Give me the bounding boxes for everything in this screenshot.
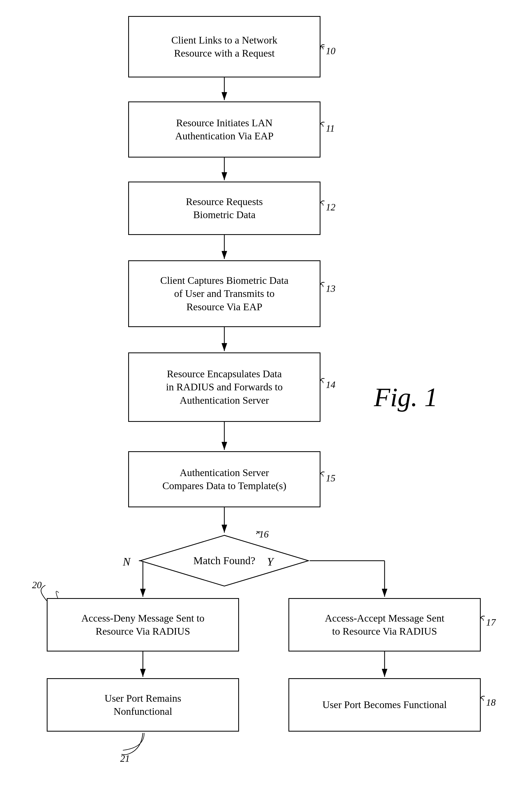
box-20: Access-Deny Message Sent toResource Via … bbox=[47, 598, 239, 652]
ref-13: 13 bbox=[326, 283, 336, 294]
box-18: User Port Becomes Functional bbox=[288, 678, 481, 732]
ref-12: 12 bbox=[326, 201, 336, 213]
ref-10: 10 bbox=[326, 45, 336, 57]
diamond-16-text: Match Found? bbox=[193, 554, 255, 567]
box-17: Access-Accept Message Sentto Resource Vi… bbox=[288, 598, 481, 652]
box-11: Resource Initiates LANAuthentication Via… bbox=[128, 101, 321, 157]
box-14-text: Resource Encapsulates Datain RADIUS and … bbox=[166, 367, 283, 407]
ref-21: 21 bbox=[120, 753, 130, 764]
box-20-text: Access-Deny Message Sent toResource Via … bbox=[81, 612, 204, 638]
box-17-text: Access-Accept Message Sentto Resource Vi… bbox=[325, 612, 444, 638]
box-18-text: User Port Becomes Functional bbox=[322, 698, 446, 711]
figure-label: Fig. 1 bbox=[374, 382, 438, 412]
branch-label-Y: Y bbox=[267, 555, 273, 568]
box-11-text: Resource Initiates LANAuthentication Via… bbox=[175, 116, 274, 143]
ref-17: 17 bbox=[486, 617, 496, 628]
diagram-container: Client Links to a NetworkResource with a… bbox=[0, 0, 532, 789]
ref-15: 15 bbox=[326, 473, 336, 484]
box-13: Client Captures Biometric Dataof User an… bbox=[128, 260, 321, 327]
ref-18: 18 bbox=[486, 697, 496, 708]
box-21-text: User Port RemainsNonfunctional bbox=[104, 692, 181, 718]
ref-20: 20 bbox=[32, 579, 42, 591]
ref-11: 11 bbox=[326, 123, 335, 134]
box-14: Resource Encapsulates Datain RADIUS and … bbox=[128, 352, 321, 422]
box-21: User Port RemainsNonfunctional bbox=[47, 678, 239, 732]
box-12-text: Resource RequestsBiometric Data bbox=[186, 195, 263, 222]
ref-14: 14 bbox=[326, 379, 336, 390]
ref-16: 16 bbox=[259, 529, 269, 540]
branch-label-N: N bbox=[123, 555, 130, 568]
box-15-text: Authentication ServerCompares Data to Te… bbox=[163, 466, 286, 493]
box-10-text: Client Links to a NetworkResource with a… bbox=[171, 34, 278, 60]
box-13-text: Client Captures Biometric Dataof User an… bbox=[160, 274, 288, 313]
box-10: Client Links to a NetworkResource with a… bbox=[128, 16, 321, 77]
diamond-16: Match Found? bbox=[139, 534, 310, 588]
box-12: Resource RequestsBiometric Data bbox=[128, 181, 321, 235]
box-15: Authentication ServerCompares Data to Te… bbox=[128, 451, 321, 507]
